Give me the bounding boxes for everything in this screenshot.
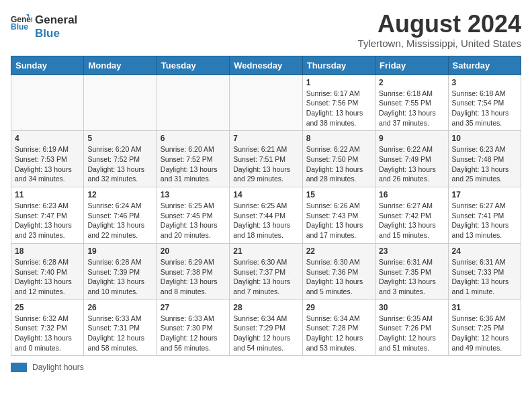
calendar-cell: 8Sunrise: 6:22 AM Sunset: 7:50 PM Daylig…	[302, 131, 375, 187]
location-title: Tylertown, Mississippi, United States	[358, 38, 521, 49]
day-info: Sunrise: 6:27 AM Sunset: 7:42 PM Dayligh…	[379, 201, 444, 240]
calendar-table: SundayMondayTuesdayWednesdayThursdayFrid…	[11, 56, 521, 357]
day-number: 11	[15, 190, 80, 199]
calendar-cell: 6Sunrise: 6:20 AM Sunset: 7:52 PM Daylig…	[157, 131, 229, 187]
calendar-week-4: 18Sunrise: 6:28 AM Sunset: 7:40 PM Dayli…	[11, 243, 521, 300]
calendar-cell: 1Sunrise: 6:17 AM Sunset: 7:56 PM Daylig…	[302, 75, 375, 131]
calendar-week-2: 4Sunrise: 6:19 AM Sunset: 7:53 PM Daylig…	[11, 131, 521, 187]
logo-icon: General Blue	[11, 13, 32, 32]
header-day-saturday: Saturday	[448, 56, 521, 75]
day-info: Sunrise: 6:31 AM Sunset: 7:33 PM Dayligh…	[452, 257, 517, 297]
logo-blue: Blue	[35, 27, 77, 40]
day-number: 24	[452, 246, 517, 256]
month-title: August 2024	[358, 11, 521, 38]
day-info: Sunrise: 6:17 AM Sunset: 7:56 PM Dayligh…	[306, 89, 371, 128]
day-info: Sunrise: 6:20 AM Sunset: 7:52 PM Dayligh…	[161, 144, 226, 184]
day-number: 28	[233, 303, 298, 312]
calendar-cell	[11, 75, 84, 131]
day-info: Sunrise: 6:31 AM Sunset: 7:35 PM Dayligh…	[379, 257, 444, 297]
day-number: 29	[306, 303, 371, 312]
page-header: General Blue General Blue August 2024 Ty…	[11, 11, 521, 49]
calendar-cell: 20Sunrise: 6:29 AM Sunset: 7:38 PM Dayli…	[157, 243, 229, 300]
day-number: 20	[161, 246, 226, 256]
day-info: Sunrise: 6:26 AM Sunset: 7:43 PM Dayligh…	[306, 201, 371, 240]
calendar-cell: 7Sunrise: 6:21 AM Sunset: 7:51 PM Daylig…	[230, 131, 302, 187]
day-number: 21	[233, 246, 298, 256]
day-number: 19	[87, 246, 152, 256]
day-info: Sunrise: 6:28 AM Sunset: 7:40 PM Dayligh…	[15, 257, 80, 297]
day-info: Sunrise: 6:25 AM Sunset: 7:45 PM Dayligh…	[161, 201, 226, 240]
day-number: 7	[233, 134, 298, 143]
calendar-week-1: 1Sunrise: 6:17 AM Sunset: 7:56 PM Daylig…	[11, 75, 521, 131]
day-info: Sunrise: 6:36 AM Sunset: 7:25 PM Dayligh…	[452, 314, 517, 353]
day-number: 26	[87, 303, 152, 312]
daylight-label: Daylight hours	[32, 363, 84, 372]
day-info: Sunrise: 6:21 AM Sunset: 7:51 PM Dayligh…	[233, 144, 298, 184]
header-day-sunday: Sunday	[11, 56, 84, 75]
day-number: 4	[15, 134, 80, 143]
day-number: 12	[87, 190, 152, 199]
calendar-cell: 9Sunrise: 6:22 AM Sunset: 7:49 PM Daylig…	[375, 131, 448, 187]
calendar-cell	[230, 75, 302, 131]
day-number: 10	[452, 134, 517, 143]
day-info: Sunrise: 6:35 AM Sunset: 7:26 PM Dayligh…	[379, 314, 444, 353]
day-number: 18	[15, 246, 80, 256]
day-number: 23	[379, 246, 444, 256]
day-info: Sunrise: 6:33 AM Sunset: 7:30 PM Dayligh…	[161, 314, 226, 353]
day-number: 25	[15, 303, 80, 312]
day-number: 31	[452, 303, 517, 312]
day-info: Sunrise: 6:22 AM Sunset: 7:50 PM Dayligh…	[306, 144, 371, 184]
day-info: Sunrise: 6:19 AM Sunset: 7:53 PM Dayligh…	[15, 144, 80, 184]
day-info: Sunrise: 6:34 AM Sunset: 7:28 PM Dayligh…	[306, 314, 371, 353]
day-number: 9	[379, 134, 444, 143]
day-info: Sunrise: 6:22 AM Sunset: 7:49 PM Dayligh…	[379, 144, 444, 184]
day-info: Sunrise: 6:34 AM Sunset: 7:29 PM Dayligh…	[233, 314, 298, 353]
svg-text:Blue: Blue	[11, 22, 28, 32]
calendar-week-3: 11Sunrise: 6:23 AM Sunset: 7:47 PM Dayli…	[11, 187, 521, 244]
day-number: 5	[87, 134, 152, 143]
day-number: 16	[379, 190, 444, 199]
calendar-cell: 14Sunrise: 6:25 AM Sunset: 7:44 PM Dayli…	[230, 187, 302, 244]
header-day-monday: Monday	[84, 56, 157, 75]
day-number: 14	[233, 190, 298, 199]
calendar-cell: 21Sunrise: 6:30 AM Sunset: 7:37 PM Dayli…	[230, 243, 302, 300]
calendar-cell: 19Sunrise: 6:28 AM Sunset: 7:39 PM Dayli…	[84, 243, 157, 300]
day-info: Sunrise: 6:24 AM Sunset: 7:46 PM Dayligh…	[87, 201, 152, 240]
calendar-cell: 23Sunrise: 6:31 AM Sunset: 7:35 PM Dayli…	[375, 243, 448, 300]
calendar-cell: 22Sunrise: 6:30 AM Sunset: 7:36 PM Dayli…	[302, 243, 375, 300]
day-number: 1	[306, 78, 371, 87]
calendar-cell: 2Sunrise: 6:18 AM Sunset: 7:55 PM Daylig…	[375, 75, 448, 131]
day-number: 15	[306, 190, 371, 199]
day-number: 27	[161, 303, 226, 312]
day-info: Sunrise: 6:18 AM Sunset: 7:54 PM Dayligh…	[452, 89, 517, 128]
day-number: 13	[161, 190, 226, 199]
calendar-cell: 27Sunrise: 6:33 AM Sunset: 7:30 PM Dayli…	[157, 300, 229, 356]
header-day-thursday: Thursday	[302, 56, 375, 75]
day-number: 17	[452, 190, 517, 199]
day-info: Sunrise: 6:23 AM Sunset: 7:47 PM Dayligh…	[15, 201, 80, 240]
calendar-cell	[157, 75, 229, 131]
calendar-cell: 11Sunrise: 6:23 AM Sunset: 7:47 PM Dayli…	[11, 187, 84, 244]
calendar-cell: 16Sunrise: 6:27 AM Sunset: 7:42 PM Dayli…	[375, 187, 448, 244]
calendar-cell: 15Sunrise: 6:26 AM Sunset: 7:43 PM Dayli…	[302, 187, 375, 244]
day-info: Sunrise: 6:30 AM Sunset: 7:36 PM Dayligh…	[306, 257, 371, 297]
header-day-tuesday: Tuesday	[157, 56, 229, 75]
calendar-cell: 12Sunrise: 6:24 AM Sunset: 7:46 PM Dayli…	[84, 187, 157, 244]
title-block: August 2024 Tylertown, Mississippi, Unit…	[358, 11, 521, 49]
calendar-cell	[84, 75, 157, 131]
calendar-cell: 10Sunrise: 6:23 AM Sunset: 7:48 PM Dayli…	[448, 131, 521, 187]
day-number: 6	[161, 134, 226, 143]
day-info: Sunrise: 6:27 AM Sunset: 7:41 PM Dayligh…	[452, 201, 517, 240]
day-info: Sunrise: 6:18 AM Sunset: 7:55 PM Dayligh…	[379, 89, 444, 128]
calendar-cell: 28Sunrise: 6:34 AM Sunset: 7:29 PM Dayli…	[230, 300, 302, 356]
day-info: Sunrise: 6:29 AM Sunset: 7:38 PM Dayligh…	[161, 257, 226, 297]
day-info: Sunrise: 6:33 AM Sunset: 7:31 PM Dayligh…	[87, 314, 152, 353]
calendar-cell: 26Sunrise: 6:33 AM Sunset: 7:31 PM Dayli…	[84, 300, 157, 356]
calendar-cell: 25Sunrise: 6:32 AM Sunset: 7:32 PM Dayli…	[11, 300, 84, 356]
calendar-cell: 31Sunrise: 6:36 AM Sunset: 7:25 PM Dayli…	[448, 300, 521, 356]
calendar-cell: 5Sunrise: 6:20 AM Sunset: 7:52 PM Daylig…	[84, 131, 157, 187]
day-number: 22	[306, 246, 371, 256]
day-info: Sunrise: 6:20 AM Sunset: 7:52 PM Dayligh…	[87, 144, 152, 184]
calendar-week-5: 25Sunrise: 6:32 AM Sunset: 7:32 PM Dayli…	[11, 300, 521, 356]
header-row: SundayMondayTuesdayWednesdayThursdayFrid…	[11, 56, 521, 75]
